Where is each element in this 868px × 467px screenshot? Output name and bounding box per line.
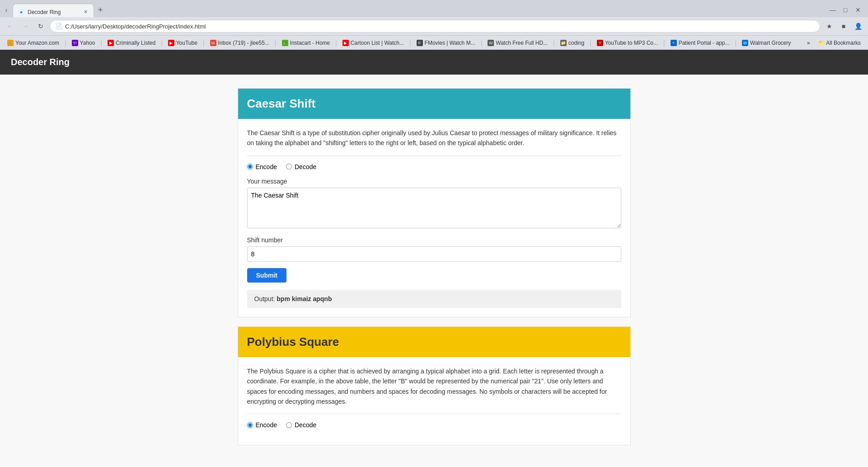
separator6: | [334,39,338,47]
yahoo-favicon: Y! [72,40,78,46]
caesar-submit-button[interactable]: Submit [247,268,286,283]
reload-button[interactable]: ↻ [34,20,47,33]
polybius-decode-radio-label[interactable]: Decode [286,421,316,429]
tab-nav-back-btn[interactable]: ‹ [0,3,13,17]
shift-label: Shift number [247,236,621,244]
close-button[interactable]: ✕ [852,3,864,17]
bookmark-coding-label: coding [568,40,584,46]
polybius-square-body: The Polybius Square is a cipher that is … [238,357,630,445]
separator7: | [408,39,412,47]
message-textarea[interactable] [247,188,621,228]
maximize-button[interactable]: □ [839,3,852,17]
tab-bar: ‹ ● Decoder Ring ✕ + — □ ✕ [0,0,868,17]
all-bookmarks-btn[interactable]: 📁 All Bookmarks [815,39,864,47]
separator5: | [274,39,277,47]
browser-chrome: ‹ ● Decoder Ring ✕ + — □ ✕ ← → ↻ 📄 C:/Us… [0,0,868,50]
bookmark-inbox[interactable]: M Inbox (719) - jlee55... [206,39,273,47]
bookmark-yahoo[interactable]: Y! Yahoo [68,39,99,47]
yt2mp3-favicon: Y [597,40,603,46]
polybius-square-card: Polybius Square The Polybius Square is a… [238,326,631,446]
youtube-favicon: ▶ [168,40,174,46]
polybius-decode-radio[interactable] [286,422,292,428]
encode-radio-label[interactable]: Encode [247,163,277,170]
encode-label: Encode [256,163,277,170]
separator12: | [734,39,737,47]
bookmark-youtube[interactable]: ▶ YouTube [164,39,201,47]
url-text: C:/Users/larry/Desktop/decoderRingProjec… [65,23,814,30]
output-label: Output: [254,295,277,302]
caesar-shift-title: Caesar Shift [247,97,316,110]
bookmark-star-icon[interactable]: ★ [823,20,835,33]
all-bookmarks-label: 📁 All Bookmarks [818,40,861,46]
bookmark-yt2mp3[interactable]: Y YouTube to MP3 Co... [593,39,662,47]
polybius-square-description: The Polybius Square is a cipher that is … [247,366,621,415]
bookmark-criminally[interactable]: ▶ Criminally Listed [104,39,159,47]
polybius-square-header: Polybius Square [238,327,630,357]
bookmark-instacart[interactable]: 🥕 Instacart - Home [278,39,334,47]
new-tab-button[interactable]: + [94,3,107,17]
separator2: | [99,39,103,47]
shift-form-group: Shift number [247,236,621,262]
tab-favicon: ● [18,9,25,16]
bookmarks-overflow-btn[interactable]: » [803,39,814,47]
shift-input[interactable] [247,246,621,262]
instacart-favicon: 🥕 [282,40,288,46]
url-bar[interactable]: 📄 C:/Users/larry/Desktop/decoderRingProj… [50,20,820,33]
decode-radio-label[interactable]: Decode [286,163,316,170]
caesar-shift-card: Caesar Shift The Caesar Shift is a type … [238,88,631,317]
bookmark-yt2mp3-label: YouTube to MP3 Co... [605,40,658,46]
active-tab[interactable]: ● Decoder Ring ✕ [13,4,94,17]
forward-button[interactable]: → [19,20,32,33]
fmovies-favicon: F [417,40,423,46]
profile-icon[interactable]: 👤 [852,20,864,33]
polybius-encode-radio[interactable] [247,422,253,428]
bookmark-coding[interactable]: 📁 coding [557,39,588,47]
bookmark-patient-label: Patient Portal - app... [679,40,730,46]
separator9: | [552,39,556,47]
bookmark-fmovies[interactable]: F FMovies | Watch M... [413,39,479,47]
bookmark-walmart[interactable]: W Walmart Grocery [738,39,794,47]
separator10: | [589,39,592,47]
tab-close-btn[interactable]: ✕ [82,9,89,16]
decode-label: Decode [295,163,316,170]
message-label: Your message [247,178,621,185]
bookmark-amazon-label: Your Amazon.com [15,40,59,46]
bookmark-instacart-label: Instacart - Home [290,40,330,46]
bookmark-watchfree[interactable]: W Watch Free Full HD... [484,39,551,47]
bookmark-yahoo-label: Yahoo [80,40,95,46]
patient-favicon: + [671,40,677,46]
bookmark-criminally-label: Criminally Listed [116,40,155,46]
caesar-shift-body: The Caesar Shift is a type of substituti… [238,119,630,317]
walmart-favicon: W [742,40,748,46]
bookmark-amazon[interactable]: 🛒 Your Amazon.com [4,39,63,47]
bookmark-youtube-label: YouTube [176,40,197,46]
encode-radio[interactable] [247,164,253,170]
polybius-decode-label: Decode [295,421,316,429]
output-value: bpm kimaiz apqnb [277,295,332,302]
bookmark-patient[interactable]: + Patient Portal - app... [667,39,733,47]
polybius-encode-radio-label[interactable]: Encode [247,421,277,429]
minimize-button[interactable]: — [826,3,839,17]
caesar-shift-description: The Caesar Shift is a type of substituti… [247,128,621,156]
caesar-output-area: Output: bpm kimaiz apqnb [247,290,621,308]
address-bar-actions: ★ ■ 👤 [823,20,864,33]
criminally-favicon: ▶ [108,40,114,46]
watchfree-favicon: W [488,40,494,46]
window-controls: — □ ✕ [826,3,868,17]
bookmark-inbox-label: Inbox (719) - jlee55... [218,40,269,46]
back-button[interactable]: ← [4,20,16,33]
caesar-encode-decode-group: Encode Decode [247,163,621,170]
message-form-group: Your message [247,178,621,230]
polybius-encode-decode-group: Encode Decode [247,421,621,429]
decode-radio[interactable] [286,164,292,170]
caesar-shift-header: Caesar Shift [238,89,630,119]
page-title: Decoder Ring [11,57,70,67]
separator4: | [202,39,206,47]
bookmark-fmovies-label: FMovies | Watch M... [425,40,475,46]
bookmark-watchfree-label: Watch Free Full HD... [496,40,548,46]
extensions-icon[interactable]: ■ [837,20,850,33]
bookmark-cartoon-label: Cartoon List | Watch... [351,40,404,46]
cartoon-favicon: ▶ [343,40,349,46]
bookmark-cartoon[interactable]: ▶ Cartoon List | Watch... [339,39,408,47]
coding-favicon: 📁 [560,40,567,46]
